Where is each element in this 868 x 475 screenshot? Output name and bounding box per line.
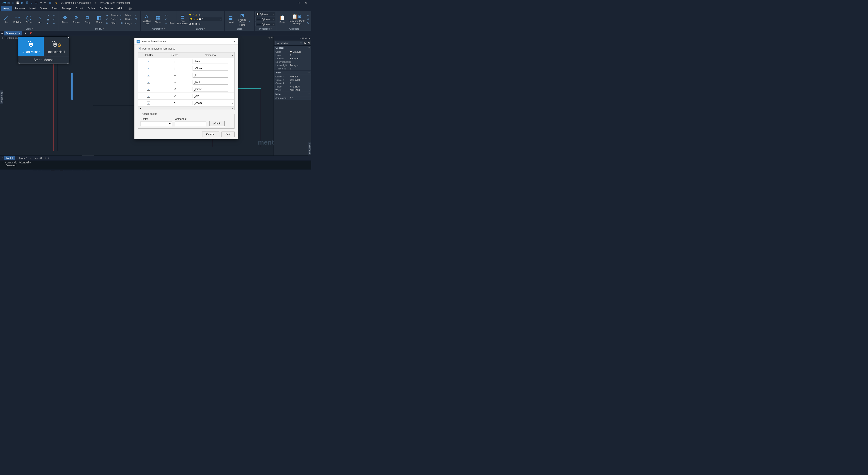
snap-toggle[interactable]: ▦	[33, 170, 37, 171]
scroll-up-icon[interactable]: ▴	[230, 53, 234, 58]
menu-insert[interactable]: Insert	[27, 6, 38, 11]
color-dropdown[interactable]: ByLayer▼	[255, 12, 275, 17]
tool-paste[interactable]: 📋Paste	[277, 15, 287, 24]
comando-input[interactable]	[175, 121, 207, 126]
scroll-right-icon[interactable]: ▸	[230, 107, 234, 110]
tool-fillet[interactable]: ◟Fillet▾	[120, 18, 133, 21]
add-tab-button[interactable]: +	[24, 32, 28, 35]
enable-smart-mouse-checkbox[interactable]: ✓ Permitir funcion Smart Mouse	[138, 47, 235, 50]
row-enable-checkbox[interactable]: ✓	[147, 67, 150, 70]
layer-tool-icons[interactable]: ◪ ◩ ◨ ◧	[189, 22, 222, 25]
qat-open-icon[interactable]: ▥	[11, 1, 15, 5]
gesto-select[interactable]	[141, 121, 172, 126]
qat-customize-icon[interactable]: ▼	[94, 2, 96, 4]
smart-mouse-settings-button[interactable]: 🖱⚙ Impostazioni	[43, 37, 69, 56]
workspace-selector[interactable]: 2D Drafting & Annotation ▼	[60, 1, 93, 5]
tool-misc-2[interactable]: ▦	[46, 18, 52, 21]
qat-save-icon[interactable]: 💾	[16, 1, 20, 5]
tool-mtext[interactable]: AMultiline Text	[142, 13, 152, 25]
row-enable-checkbox[interactable]: ✓	[147, 74, 150, 77]
properties-side-tab[interactable]: Properties	[0, 90, 3, 104]
canvas-close-icon[interactable]: ✕	[271, 37, 273, 39]
doc-menu-icon[interactable]: ≡	[1, 32, 3, 35]
model-tab[interactable]: Model	[4, 156, 15, 160]
menu-app[interactable]: APP+	[115, 6, 126, 11]
qp-toggle[interactable]: ▤	[73, 170, 76, 171]
dialog-close-icon[interactable]: ✕	[233, 40, 236, 43]
tool-trim[interactable]: ✂Trim▾	[120, 13, 133, 17]
tool-clip-b[interactable]: 🖌	[306, 18, 311, 21]
tool-copy[interactable]: ⧉Copy	[83, 15, 93, 24]
tool-field[interactable]: ▭Field	[164, 21, 175, 25]
minimize-button[interactable]: —	[289, 1, 294, 5]
tool-move[interactable]: ✥Move	[60, 15, 70, 24]
command-window[interactable]: ×Command: *Cancel* Command:	[0, 160, 311, 169]
menu-geoservice[interactable]: GeoService	[97, 6, 115, 11]
tool-block-a[interactable]: ▫	[248, 16, 254, 19]
menu-tools[interactable]: Tools	[50, 6, 60, 11]
tool-mod-b[interactable]: ⬡	[134, 18, 140, 21]
ortho-toggle[interactable]: ∟	[42, 170, 46, 171]
row-enable-checkbox[interactable]: ✓	[147, 88, 150, 91]
smart-mouse-button[interactable]: 🖱 Smart Mouse	[18, 37, 43, 56]
chevron-down-icon[interactable]: ▾	[32, 28, 33, 30]
props-close-icon[interactable]: ✕	[308, 37, 310, 39]
menu-export[interactable]: Export	[74, 6, 85, 11]
menu-annotate[interactable]: Annotate	[12, 6, 27, 11]
menu-views[interactable]: Views	[38, 6, 49, 11]
qat-plot-icon[interactable]: 🗐	[25, 1, 29, 5]
tool-stretch[interactable]: ↔Stretch	[105, 13, 119, 17]
layer-tool-d-icon[interactable]: ◧	[198, 22, 201, 25]
save-button[interactable]: Guardar	[202, 131, 219, 137]
tool-copypaste-settings[interactable]: 📋⚙Copy and Paste Settings	[288, 13, 305, 25]
props-filter-icon[interactable]: ▦	[302, 37, 304, 39]
tool-misc-1[interactable]: ◇	[46, 13, 52, 17]
close-tab-icon[interactable]: ✕	[19, 32, 21, 34]
polar-toggle[interactable]: ⊙	[46, 170, 50, 171]
tool-rotate[interactable]: ⟳Rotate	[71, 15, 82, 24]
tool-misc-3[interactable]: •	[46, 22, 52, 25]
tool-leader[interactable]: ↗	[164, 18, 175, 21]
cmd-close-icon[interactable]: ×	[2, 161, 4, 164]
row-enable-checkbox[interactable]: ✓	[147, 81, 150, 84]
layout1-tab[interactable]: Layout1	[17, 156, 30, 160]
menu-overflow-icon[interactable]: ▦▾	[126, 6, 134, 11]
scroll-down-icon[interactable]: ▾	[230, 101, 234, 105]
gesture-command-input[interactable]	[192, 66, 228, 71]
gesture-command-input[interactable]	[192, 101, 228, 105]
qat-redo-icon[interactable]: ↷	[43, 1, 47, 5]
tool-cut[interactable]: ✂	[306, 13, 311, 17]
add-gesture-button[interactable]: Añadir	[209, 121, 225, 126]
canvas-maximize-icon[interactable]: ▢	[268, 37, 270, 39]
tool-dim[interactable]: ⟷	[164, 13, 175, 17]
qat-preview-icon[interactable]: 🗔	[34, 1, 38, 5]
tool-circle[interactable]: ◯Circle	[24, 15, 34, 24]
qat-undo-icon[interactable]: ↶	[39, 1, 42, 5]
chevron-down-icon[interactable]: ▾	[204, 28, 205, 30]
workspace-gear-icon[interactable]: ⚙	[54, 1, 58, 5]
qat-new-icon[interactable]: ▦	[6, 1, 10, 5]
gesture-command-input[interactable]	[192, 80, 228, 85]
model-toggle[interactable]: ▭	[68, 170, 72, 171]
anno-mon-toggle[interactable]: ⊡	[86, 170, 90, 171]
tool-table[interactable]: ▦Table	[153, 15, 163, 24]
row-enable-checkbox[interactable]: ✓	[147, 95, 150, 97]
chevron-down-icon[interactable]: ▾	[164, 28, 165, 30]
lineweight-dropdown[interactable]: ByLayer▼	[255, 17, 275, 21]
section-header[interactable]: View▾	[274, 70, 311, 75]
tool-misc-6[interactable]: ▱	[53, 21, 58, 25]
linetype-dropdown[interactable]: ByLayer▼	[255, 22, 275, 26]
menu-manage[interactable]: Manage	[60, 6, 73, 11]
layer-freeze-icon[interactable]: ☀	[192, 13, 195, 17]
gesture-command-input[interactable]	[192, 59, 228, 64]
layer-state-icons[interactable]: 💡 ☀ 🔓 🖶	[189, 13, 222, 17]
cycle-toggle[interactable]: ≣	[82, 170, 85, 171]
close-button[interactable]: ✕	[303, 1, 308, 5]
tool-mod-c[interactable]: ○	[134, 21, 140, 25]
props-toggle-a-icon[interactable]: ◪	[304, 41, 306, 44]
horizontal-scrollbar[interactable]	[142, 107, 230, 110]
dialog-titlebar[interactable]: Zw Ajustes Smart Mouse ✕	[134, 38, 238, 45]
scroll-left-icon[interactable]: ◂	[138, 107, 142, 110]
row-enable-checkbox[interactable]: ✓	[147, 101, 150, 105]
tool-clip-c[interactable]: ✎	[306, 21, 311, 25]
